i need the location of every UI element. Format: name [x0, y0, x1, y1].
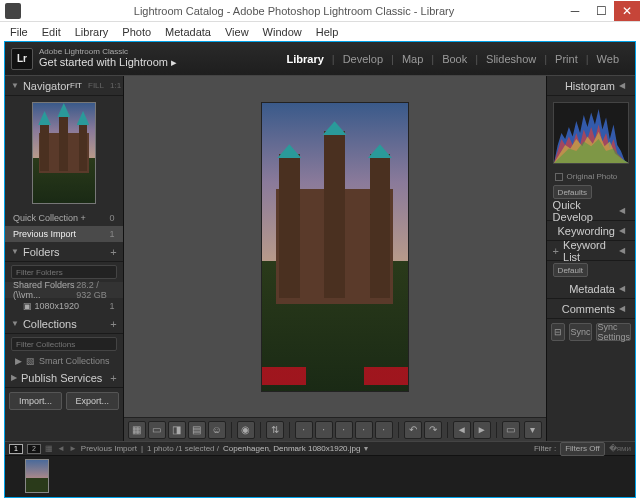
nav-back-icon[interactable]: ◄: [57, 444, 65, 453]
folders-title: Folders: [23, 246, 60, 258]
rating-star-4[interactable]: ·: [355, 421, 373, 439]
grid-shortcut-icon[interactable]: ▦: [45, 444, 53, 453]
disclosure-triangle-icon: ◀: [619, 284, 625, 293]
quickdev-preset-dropdown[interactable]: Defaults: [553, 185, 592, 199]
menu-edit[interactable]: Edit: [36, 24, 67, 40]
menu-library[interactable]: Library: [69, 24, 115, 40]
app-header: Lr Adobe Lightroom Classic Get started w…: [5, 42, 635, 76]
filter-lock-icon[interactable]: �ями: [609, 444, 631, 453]
nav-mode-fill[interactable]: FILL: [88, 81, 104, 90]
compare-view-button[interactable]: ◨: [168, 421, 186, 439]
volume-row[interactable]: Shared Folders (\\vm... 28.2 / 932 GB: [5, 282, 123, 298]
import-button[interactable]: Import...: [9, 392, 62, 410]
histogram-display[interactable]: [553, 102, 629, 164]
row-label: Previous Import: [13, 229, 76, 239]
disclosure-triangle-icon: ◀: [619, 81, 625, 90]
module-print[interactable]: Print: [547, 53, 586, 65]
menu-photo[interactable]: Photo: [116, 24, 157, 40]
publish-header[interactable]: ▶ Publish Services +: [5, 368, 123, 388]
rating-star-5[interactable]: ·: [375, 421, 393, 439]
sync-toggle-button[interactable]: ⊟: [551, 323, 565, 341]
module-develop[interactable]: Develop: [335, 53, 391, 65]
next-photo-button[interactable]: ►: [473, 421, 491, 439]
survey-view-button[interactable]: ▤: [188, 421, 206, 439]
keyword-list-header[interactable]: +Keyword List◀: [547, 241, 635, 261]
navigator-header[interactable]: ▼ Navigator FIT FILL 1:1 3:1: [5, 76, 123, 96]
folder-row[interactable]: ▣ 1080x1920 1: [5, 298, 123, 314]
collections-header[interactable]: ▼ Collections +: [5, 314, 123, 334]
app-name: Adobe Lightroom Classic: [39, 48, 177, 57]
folder-count: 1: [110, 301, 115, 311]
module-web[interactable]: Web: [589, 53, 627, 65]
metadata-header[interactable]: Metadata◀: [547, 279, 635, 299]
menu-metadata[interactable]: Metadata: [159, 24, 217, 40]
rotate-cw-button[interactable]: ↷: [424, 421, 442, 439]
add-publish-icon[interactable]: +: [110, 372, 116, 384]
loupe-view-button[interactable]: ▭: [148, 421, 166, 439]
navigator-preview[interactable]: [32, 102, 96, 204]
nav-mode-fit[interactable]: FIT: [70, 81, 82, 90]
row-label: Quick Collection +: [13, 213, 86, 223]
module-book[interactable]: Book: [434, 53, 475, 65]
toolbar-menu-button[interactable]: ▾: [524, 421, 542, 439]
maximize-button[interactable]: ☐: [588, 1, 614, 21]
menu-help[interactable]: Help: [310, 24, 345, 40]
breadcrumb-dropdown-icon[interactable]: ▾: [364, 444, 368, 453]
menu-file[interactable]: File: [4, 24, 34, 40]
smart-collections-row[interactable]: ▶ ▧ Smart Collections: [5, 354, 123, 368]
rotate-ccw-button[interactable]: ↶: [404, 421, 422, 439]
nav-fwd-icon[interactable]: ►: [69, 444, 77, 453]
rating-star-3[interactable]: ·: [335, 421, 353, 439]
filter-preset-dropdown[interactable]: Filters Off: [560, 442, 605, 456]
menu-view[interactable]: View: [219, 24, 255, 40]
module-map[interactable]: Map: [394, 53, 431, 65]
loupe-view[interactable]: [124, 76, 546, 417]
add-keyword-icon[interactable]: +: [553, 245, 559, 257]
catalog-previous-import[interactable]: Previous Import 1: [5, 226, 123, 242]
minimize-button[interactable]: ─: [562, 1, 588, 21]
smart-collections-label: Smart Collections: [39, 356, 110, 366]
module-library[interactable]: Library: [279, 53, 332, 65]
prev-photo-button[interactable]: ◄: [453, 421, 471, 439]
filmstrip-thumbs[interactable]: [5, 456, 635, 496]
comments-header[interactable]: Comments◀: [547, 299, 635, 319]
volume-usage: 28.2 / 932 GB: [76, 280, 114, 300]
module-slideshow[interactable]: Slideshow: [478, 53, 544, 65]
folders-header[interactable]: ▼ Folders +: [5, 242, 123, 262]
filmstrip-thumb[interactable]: [25, 459, 49, 493]
add-collection-icon[interactable]: +: [110, 318, 116, 330]
histogram-header[interactable]: Histogram ◀: [547, 76, 635, 96]
toolbar: ▦ ▭ ◨ ▤ ☺ ◉ ⇅ · · · · · ↶: [124, 417, 546, 441]
nav-mode-1to1[interactable]: 1:1: [110, 81, 121, 90]
collection-set-icon: ▧: [26, 356, 35, 366]
second-window-button[interactable]: 2: [27, 444, 41, 454]
sort-direction-button[interactable]: ⇅: [266, 421, 284, 439]
grid-view-button[interactable]: ▦: [128, 421, 146, 439]
row-count: 0: [110, 213, 115, 223]
slideshow-button[interactable]: ▭: [502, 421, 520, 439]
checkbox-icon[interactable]: [555, 173, 563, 181]
rating-star-1[interactable]: ·: [295, 421, 313, 439]
get-started-link[interactable]: Get started with Lightroom ▸: [39, 56, 177, 69]
filter-folders-input[interactable]: [11, 265, 117, 279]
breadcrumb-source[interactable]: Previous Import: [81, 444, 137, 453]
close-button[interactable]: ✕: [614, 1, 640, 21]
module-picker: Library| Develop| Map| Book| Slideshow| …: [279, 53, 635, 65]
rating-star-2[interactable]: ·: [315, 421, 333, 439]
add-folder-icon[interactable]: +: [110, 246, 116, 258]
menu-window[interactable]: Window: [257, 24, 308, 40]
sync-settings-button[interactable]: Sync Settings: [596, 323, 631, 341]
export-button[interactable]: Export...: [66, 392, 119, 410]
main-photo: [261, 102, 409, 392]
painter-button[interactable]: ◉: [237, 421, 255, 439]
main-window-button[interactable]: 1: [9, 444, 23, 454]
catalog-quick-collection[interactable]: Quick Collection + 0: [5, 210, 123, 226]
original-photo-row[interactable]: Original Photo: [547, 170, 635, 183]
titlebar: Lightroom Catalog - Adobe Photoshop Ligh…: [0, 0, 640, 22]
folder-icon: ▣: [23, 301, 32, 311]
quick-develop-header[interactable]: Quick Develop◀: [547, 201, 635, 221]
sync-button[interactable]: Sync: [569, 323, 593, 341]
filter-collections-input[interactable]: [11, 337, 117, 351]
people-view-button[interactable]: ☺: [208, 421, 226, 439]
metadata-preset-dropdown[interactable]: Default: [553, 263, 588, 277]
